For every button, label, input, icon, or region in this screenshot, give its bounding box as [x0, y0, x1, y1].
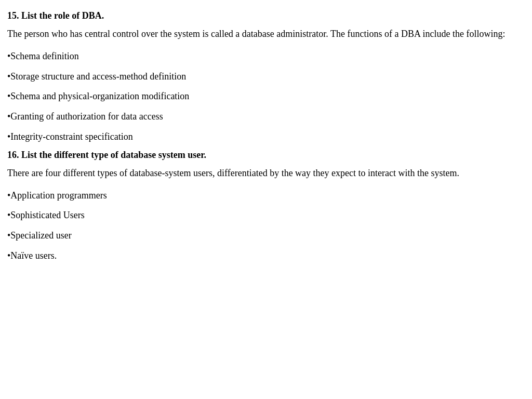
bullet-15-5: •Integrity-constraint specification — [7, 129, 525, 144]
bullet-15-2: •Storage structure and access-method def… — [7, 69, 525, 84]
bullet-16-4: •Naïve users. — [7, 248, 525, 263]
section-16: 16. List the different type of database … — [7, 150, 525, 263]
section-15-bullets: •Schema definition •Storage structure an… — [7, 49, 525, 144]
bullet-15-3: •Schema and physical-organization modifi… — [7, 89, 525, 104]
bullet-16-3: •Specialized user — [7, 228, 525, 243]
section-16-paragraph: There are four different types of databa… — [7, 166, 525, 181]
section-16-bullets: •Application programmers •Sophisticated … — [7, 188, 525, 263]
bullet-16-2: •Sophisticated Users — [7, 208, 525, 223]
bullet-16-1: •Application programmers — [7, 188, 525, 203]
bullet-15-1: •Schema definition — [7, 49, 525, 64]
bullet-15-4: •Granting of authorization for data acce… — [7, 109, 525, 124]
section-15-heading: 15. List the role of DBA. — [7, 10, 525, 21]
section-16-heading: 16. List the different type of database … — [7, 150, 525, 161]
section-15-paragraph: The person who has central control over … — [7, 26, 525, 42]
section-15: 15. List the role of DBA. The person who… — [7, 10, 525, 144]
